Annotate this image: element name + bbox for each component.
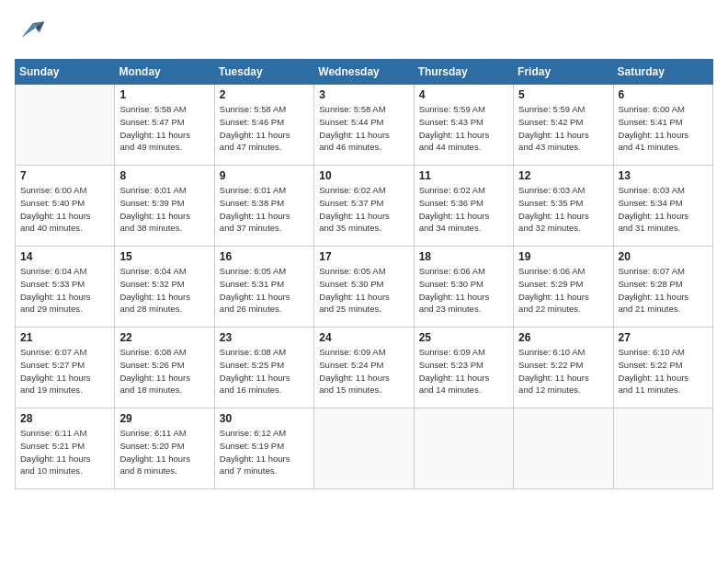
day-info: Sunrise: 6:01 AM Sunset: 5:39 PM Dayligh… bbox=[119, 184, 209, 235]
day-number: 16 bbox=[220, 250, 309, 263]
day-number: 8 bbox=[119, 169, 209, 182]
day-info: Sunrise: 6:06 AM Sunset: 5:29 PM Dayligh… bbox=[518, 265, 608, 316]
day-number: 2 bbox=[220, 88, 309, 101]
day-number: 13 bbox=[619, 169, 708, 182]
day-number: 15 bbox=[119, 250, 209, 263]
day-info: Sunrise: 6:07 AM Sunset: 5:28 PM Dayligh… bbox=[619, 265, 708, 316]
svg-rect-0 bbox=[15, 15, 48, 48]
calendar-cell: 17Sunrise: 6:05 AM Sunset: 5:30 PM Dayli… bbox=[314, 247, 414, 327]
calendar-cell bbox=[414, 408, 513, 489]
day-number: 18 bbox=[419, 250, 508, 263]
weekday-header-saturday: Saturday bbox=[613, 60, 712, 85]
calendar-cell: 21Sunrise: 6:07 AM Sunset: 5:27 PM Dayli… bbox=[16, 327, 115, 408]
day-number: 25 bbox=[419, 331, 508, 344]
day-info: Sunrise: 6:02 AM Sunset: 5:37 PM Dayligh… bbox=[319, 184, 408, 235]
page-header bbox=[15, 15, 713, 48]
day-number: 17 bbox=[319, 250, 408, 263]
calendar-cell: 10Sunrise: 6:02 AM Sunset: 5:37 PM Dayli… bbox=[314, 166, 414, 247]
weekday-header-friday: Friday bbox=[514, 60, 613, 85]
calendar-cell bbox=[613, 408, 712, 489]
day-info: Sunrise: 5:58 AM Sunset: 5:44 PM Dayligh… bbox=[319, 103, 408, 154]
calendar-cell: 15Sunrise: 6:04 AM Sunset: 5:32 PM Dayli… bbox=[115, 247, 214, 327]
calendar-cell bbox=[16, 85, 115, 166]
logo bbox=[15, 15, 51, 48]
calendar-cell: 9Sunrise: 6:01 AM Sunset: 5:38 PM Daylig… bbox=[214, 166, 313, 247]
day-info: Sunrise: 6:04 AM Sunset: 5:33 PM Dayligh… bbox=[20, 265, 109, 316]
calendar-table: SundayMondayTuesdayWednesdayThursdayFrid… bbox=[15, 59, 713, 489]
day-number: 14 bbox=[20, 250, 109, 263]
weekday-header-thursday: Thursday bbox=[414, 60, 513, 85]
day-info: Sunrise: 5:58 AM Sunset: 5:47 PM Dayligh… bbox=[119, 103, 209, 154]
day-number: 26 bbox=[518, 331, 608, 344]
day-number: 9 bbox=[220, 169, 309, 182]
day-number: 5 bbox=[518, 88, 608, 101]
day-info: Sunrise: 6:05 AM Sunset: 5:31 PM Dayligh… bbox=[220, 265, 309, 316]
day-number: 3 bbox=[319, 88, 408, 101]
day-info: Sunrise: 5:58 AM Sunset: 5:46 PM Dayligh… bbox=[220, 103, 309, 154]
calendar-cell: 23Sunrise: 6:08 AM Sunset: 5:25 PM Dayli… bbox=[214, 327, 313, 408]
day-number: 12 bbox=[518, 169, 608, 182]
calendar-cell: 30Sunrise: 6:12 AM Sunset: 5:19 PM Dayli… bbox=[214, 408, 313, 489]
day-number: 19 bbox=[518, 250, 608, 263]
day-info: Sunrise: 6:09 AM Sunset: 5:23 PM Dayligh… bbox=[419, 346, 508, 396]
day-info: Sunrise: 6:12 AM Sunset: 5:19 PM Dayligh… bbox=[220, 427, 309, 477]
day-info: Sunrise: 6:03 AM Sunset: 5:34 PM Dayligh… bbox=[619, 184, 708, 235]
day-info: Sunrise: 6:08 AM Sunset: 5:26 PM Dayligh… bbox=[119, 346, 209, 396]
calendar-cell: 3Sunrise: 5:58 AM Sunset: 5:44 PM Daylig… bbox=[314, 85, 414, 166]
calendar-cell: 22Sunrise: 6:08 AM Sunset: 5:26 PM Dayli… bbox=[115, 327, 214, 408]
weekday-header-wednesday: Wednesday bbox=[314, 60, 414, 85]
day-number: 29 bbox=[119, 412, 209, 425]
day-info: Sunrise: 5:59 AM Sunset: 5:42 PM Dayligh… bbox=[518, 103, 608, 154]
day-info: Sunrise: 6:03 AM Sunset: 5:35 PM Dayligh… bbox=[518, 184, 608, 235]
weekday-header-tuesday: Tuesday bbox=[214, 60, 313, 85]
day-info: Sunrise: 5:59 AM Sunset: 5:43 PM Dayligh… bbox=[419, 103, 508, 154]
calendar-cell: 7Sunrise: 6:00 AM Sunset: 5:40 PM Daylig… bbox=[16, 166, 115, 247]
day-info: Sunrise: 6:09 AM Sunset: 5:24 PM Dayligh… bbox=[319, 346, 408, 396]
day-info: Sunrise: 6:00 AM Sunset: 5:41 PM Dayligh… bbox=[619, 103, 708, 154]
calendar-cell: 13Sunrise: 6:03 AM Sunset: 5:34 PM Dayli… bbox=[613, 166, 712, 247]
day-number: 30 bbox=[220, 412, 309, 425]
day-number: 6 bbox=[619, 88, 708, 101]
calendar-cell: 6Sunrise: 6:00 AM Sunset: 5:41 PM Daylig… bbox=[613, 85, 712, 166]
day-number: 10 bbox=[319, 169, 408, 182]
calendar-cell: 5Sunrise: 5:59 AM Sunset: 5:42 PM Daylig… bbox=[514, 85, 613, 166]
calendar-cell: 2Sunrise: 5:58 AM Sunset: 5:46 PM Daylig… bbox=[214, 85, 313, 166]
day-info: Sunrise: 6:10 AM Sunset: 5:22 PM Dayligh… bbox=[619, 346, 708, 396]
day-info: Sunrise: 6:05 AM Sunset: 5:30 PM Dayligh… bbox=[319, 265, 408, 316]
calendar-cell: 1Sunrise: 5:58 AM Sunset: 5:47 PM Daylig… bbox=[115, 85, 214, 166]
day-number: 24 bbox=[319, 331, 408, 344]
day-number: 4 bbox=[419, 88, 508, 101]
day-info: Sunrise: 6:02 AM Sunset: 5:36 PM Dayligh… bbox=[419, 184, 508, 235]
calendar-cell: 19Sunrise: 6:06 AM Sunset: 5:29 PM Dayli… bbox=[514, 247, 613, 327]
day-number: 22 bbox=[119, 331, 209, 344]
day-info: Sunrise: 6:10 AM Sunset: 5:22 PM Dayligh… bbox=[518, 346, 608, 396]
weekday-header-sunday: Sunday bbox=[16, 60, 115, 85]
day-number: 23 bbox=[220, 331, 309, 344]
calendar-cell: 26Sunrise: 6:10 AM Sunset: 5:22 PM Dayli… bbox=[514, 327, 613, 408]
calendar-cell: 4Sunrise: 5:59 AM Sunset: 5:43 PM Daylig… bbox=[414, 85, 513, 166]
calendar-cell: 12Sunrise: 6:03 AM Sunset: 5:35 PM Dayli… bbox=[514, 166, 613, 247]
day-number: 20 bbox=[619, 250, 708, 263]
day-info: Sunrise: 6:06 AM Sunset: 5:30 PM Dayligh… bbox=[419, 265, 508, 316]
day-info: Sunrise: 6:11 AM Sunset: 5:21 PM Dayligh… bbox=[20, 427, 109, 477]
day-number: 7 bbox=[20, 169, 109, 182]
calendar-cell: 29Sunrise: 6:11 AM Sunset: 5:20 PM Dayli… bbox=[115, 408, 214, 489]
day-number: 27 bbox=[619, 331, 708, 344]
calendar-cell: 24Sunrise: 6:09 AM Sunset: 5:24 PM Dayli… bbox=[314, 327, 414, 408]
day-info: Sunrise: 6:07 AM Sunset: 5:27 PM Dayligh… bbox=[20, 346, 109, 396]
calendar-cell: 25Sunrise: 6:09 AM Sunset: 5:23 PM Dayli… bbox=[414, 327, 513, 408]
calendar-cell: 16Sunrise: 6:05 AM Sunset: 5:31 PM Dayli… bbox=[214, 247, 313, 327]
calendar-cell: 11Sunrise: 6:02 AM Sunset: 5:36 PM Dayli… bbox=[414, 166, 513, 247]
calendar-cell: 28Sunrise: 6:11 AM Sunset: 5:21 PM Dayli… bbox=[16, 408, 115, 489]
day-info: Sunrise: 6:04 AM Sunset: 5:32 PM Dayligh… bbox=[119, 265, 209, 316]
day-info: Sunrise: 6:11 AM Sunset: 5:20 PM Dayligh… bbox=[119, 427, 209, 477]
calendar-cell bbox=[514, 408, 613, 489]
calendar-cell: 18Sunrise: 6:06 AM Sunset: 5:30 PM Dayli… bbox=[414, 247, 513, 327]
day-info: Sunrise: 6:08 AM Sunset: 5:25 PM Dayligh… bbox=[220, 346, 309, 396]
day-number: 28 bbox=[20, 412, 109, 425]
calendar-cell bbox=[314, 408, 414, 489]
day-number: 11 bbox=[419, 169, 508, 182]
calendar-cell: 8Sunrise: 6:01 AM Sunset: 5:39 PM Daylig… bbox=[115, 166, 214, 247]
day-info: Sunrise: 6:00 AM Sunset: 5:40 PM Dayligh… bbox=[20, 184, 109, 235]
calendar-cell: 14Sunrise: 6:04 AM Sunset: 5:33 PM Dayli… bbox=[16, 247, 115, 327]
